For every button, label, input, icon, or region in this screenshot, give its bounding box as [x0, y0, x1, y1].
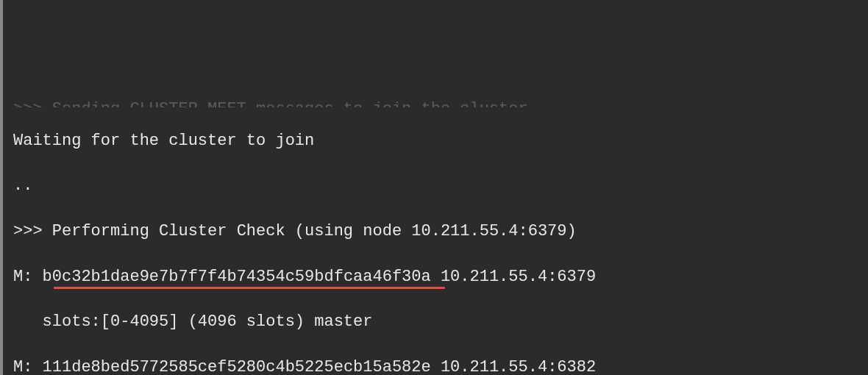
node-addr: 10.211.55.4:6382: [431, 358, 596, 375]
cluster-check-line: >>> Performing Cluster Check (using node…: [13, 221, 868, 243]
dots-line: ..: [13, 175, 868, 198]
waiting-line: Waiting for the cluster to join: [13, 130, 868, 153]
node-line: M: b0c32b1dae9e7b7f7f4b74354c59bdfcaa46f…: [13, 266, 868, 289]
node-hash: b0c32b1dae9e7b7f7f4b74354c59bdfcaa46f30a: [43, 268, 431, 286]
truncated-line: >>> Sending CLUSTER MEET messages to joi…: [13, 99, 868, 107]
node-prefix: M:: [13, 268, 43, 286]
node-addr: 10.211.55.4:6379: [431, 268, 596, 286]
node-hash: 111de8bed5772585cef5280c4b5225ecb15a582e: [43, 358, 431, 375]
annotation-underline: [54, 287, 445, 289]
node-slots-line: slots:[0-4095] (4096 slots) master: [13, 311, 868, 334]
node-line: M: 111de8bed5772585cef5280c4b5225ecb15a5…: [13, 357, 868, 375]
terminal-output: >>> Sending CLUSTER MEET messages to joi…: [3, 90, 868, 375]
node-prefix: M:: [13, 358, 43, 375]
